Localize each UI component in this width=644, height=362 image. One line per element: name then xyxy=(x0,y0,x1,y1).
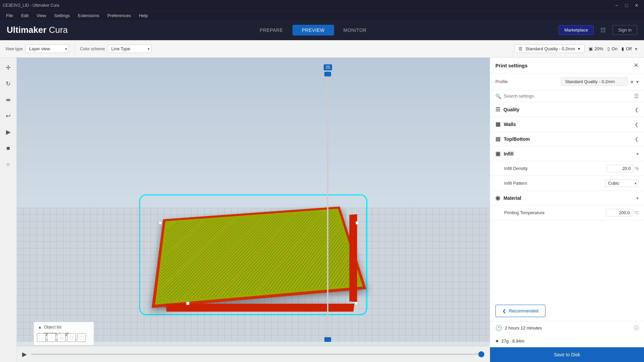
menu-preferences[interactable]: Preferences xyxy=(104,12,134,19)
rotate-tool[interactable]: ↻ xyxy=(2,78,14,90)
section-walls: ▦ Walls ❮ xyxy=(490,117,644,132)
spool-icon: ● xyxy=(495,338,499,344)
timeline-thumb[interactable] xyxy=(478,351,484,357)
infill-section-header[interactable]: ▣ Infill ▾ xyxy=(490,146,644,161)
infill-pattern-select[interactable]: Cubic Grid Lines Triangles Gyroid xyxy=(605,179,639,187)
menubar: File Edit View Settings Extensions Prefe… xyxy=(0,11,644,20)
view-type-select[interactable]: Layer view Solid view X-Ray view xyxy=(25,45,69,53)
menu-edit[interactable]: Edit xyxy=(18,12,32,19)
tab-monitor[interactable]: MONITOR xyxy=(334,25,376,36)
print-object xyxy=(139,194,367,315)
signin-button[interactable]: Sign in xyxy=(612,25,637,35)
move-tool[interactable]: ✛ xyxy=(2,62,14,74)
material-icon: ◉ xyxy=(495,195,500,201)
walls-section-header[interactable]: ▦ Walls ❮ xyxy=(490,117,644,131)
infill-icon: ▣ xyxy=(589,46,593,51)
search-input[interactable] xyxy=(504,94,631,99)
grid-icon[interactable]: ☷ xyxy=(598,25,608,35)
topbottom-section-header[interactable]: ▤ Top/Bottom ❮ xyxy=(490,132,644,146)
view-cube-top[interactable]: ◻ xyxy=(67,333,76,342)
weight-info: ● 27g · 8.94m xyxy=(495,338,524,344)
header: Ultimaker Cura PREPARE PREVIEW MONITOR M… xyxy=(0,20,644,40)
search-bar: 🔍 ☰ xyxy=(490,90,644,102)
object-list-header[interactable]: ▲ Object list xyxy=(38,325,90,329)
infill-label: Infill xyxy=(504,151,514,157)
corner-marker-tr xyxy=(356,221,359,225)
infill-density-value-wrapper: % xyxy=(607,165,639,172)
maximize-button[interactable]: □ xyxy=(622,2,631,9)
info-detail-icon[interactable]: ⓘ xyxy=(634,325,639,331)
layer-slider: 25 xyxy=(324,64,332,342)
view-cube-home[interactable]: ⛶ xyxy=(37,333,46,342)
infill-icon: ▣ xyxy=(495,150,500,157)
infill-density-row: Infill Density % xyxy=(490,161,644,176)
recommended-back-icon: ❮ xyxy=(502,308,506,313)
minimize-button[interactable]: − xyxy=(612,2,621,9)
logo-bold: Ultimaker xyxy=(7,25,47,35)
quality-section: ☰ Standard Quality - 0.2mm ▾ ▣ 20% ▯ On … xyxy=(514,45,639,53)
save-to-disk-button[interactable]: Save to Disk xyxy=(490,347,644,362)
profile-value: Standard Quality - 0.2mm xyxy=(561,77,628,86)
section-material: ◉ Material ▾ Printing Temperature °C xyxy=(490,191,644,220)
lid-top-surface xyxy=(152,206,366,308)
walls-section-title: ▦ Walls xyxy=(495,121,516,127)
viewport[interactable]: ▲ Object list ✎ CE3E3V2_LID 105.0 x 106.… xyxy=(17,58,490,362)
section-infill: ▣ Infill ▾ Infill Density % Infill Patte… xyxy=(490,146,644,191)
close-button[interactable]: ✕ xyxy=(632,2,641,9)
view-type-group: View type Layer view Solid view X-Ray vi… xyxy=(5,45,69,53)
snap-tool[interactable]: ▶ xyxy=(2,126,14,138)
menu-view[interactable]: View xyxy=(33,12,49,19)
profile-dropdown-icon[interactable]: ▾ xyxy=(636,79,639,84)
material-section-header[interactable]: ◉ Material ▾ xyxy=(490,191,644,205)
quality-label: Standard Quality - 0.2mm xyxy=(525,46,575,51)
reset-tool[interactable]: ↩ xyxy=(2,110,14,122)
quality-button[interactable]: ☰ Standard Quality - 0.2mm ▾ xyxy=(514,45,584,53)
support-blocker-tool[interactable]: ■ xyxy=(2,142,14,154)
topbottom-section-title: ▤ Top/Bottom xyxy=(495,136,530,142)
menu-settings[interactable]: Settings xyxy=(51,12,73,19)
layer-thumb-top[interactable] xyxy=(324,72,331,76)
titlebar: CE3E3V2_LID - Ultimaker Cura − □ ✕ xyxy=(0,0,644,11)
corner-marker-tl xyxy=(159,221,162,225)
main-area: ✛ ↻ ⇼ ↩ ▶ ■ ○ xyxy=(0,58,644,362)
infill-density-input[interactable] xyxy=(607,165,634,172)
paint-support-tool[interactable]: ○ xyxy=(2,158,14,170)
quality-section-header[interactable]: ☰ Quality ❮ xyxy=(490,102,644,117)
section-quality: ☰ Quality ❮ xyxy=(490,102,644,117)
filter-icon[interactable]: ☰ xyxy=(634,93,639,99)
menu-file[interactable]: File xyxy=(3,12,16,19)
printing-temperature-input[interactable] xyxy=(606,209,633,217)
lid-model xyxy=(139,194,367,315)
infill-pattern-label: Infill Pattern xyxy=(504,181,527,186)
walls-icon: ▦ xyxy=(495,121,500,127)
marketplace-button[interactable]: Marketplace xyxy=(558,25,594,35)
layer-track[interactable] xyxy=(327,72,328,342)
view-cube-iso[interactable]: ▫ xyxy=(47,333,56,342)
close-settings-button[interactable]: ✕ xyxy=(634,62,639,68)
tab-prepare[interactable]: PREPARE xyxy=(250,25,292,36)
print-settings-title: Print settings xyxy=(495,63,528,68)
adhesion-section: ▮ Off ▾ xyxy=(622,46,639,52)
menu-extensions[interactable]: Extensions xyxy=(74,12,103,19)
logo-light: Cura xyxy=(47,25,68,35)
toolbar-expand-button[interactable]: ▾ xyxy=(634,46,639,52)
quality-label: Quality xyxy=(503,107,519,112)
material-chevron-icon: ▾ xyxy=(636,195,639,201)
quality-icon: ☰ xyxy=(519,46,523,51)
view-cube-front[interactable]: ▭ xyxy=(57,333,66,342)
play-button[interactable]: ▶ xyxy=(22,351,27,358)
color-scheme-select[interactable]: Line Type Speed Layer Thickness xyxy=(108,45,152,53)
clock-icon: 🕐 xyxy=(495,325,502,331)
layer-thumb-bottom[interactable] xyxy=(324,337,331,342)
walls-label: Walls xyxy=(504,122,516,127)
printing-temperature-value-wrapper: °C xyxy=(606,209,639,217)
infill-chevron-icon: ▾ xyxy=(636,151,639,157)
timeline-track[interactable] xyxy=(31,354,484,355)
tab-preview[interactable]: PREVIEW xyxy=(292,25,334,36)
view-cube-right[interactable]: ▢ xyxy=(77,333,86,342)
menu-help[interactable]: Help xyxy=(136,12,151,19)
scale-tool[interactable]: ⇼ xyxy=(2,94,14,106)
favorite-icon[interactable]: ★ xyxy=(630,79,634,84)
material-section-title: ◉ Material xyxy=(495,195,521,201)
recommended-button[interactable]: ❮ Recommended xyxy=(495,305,545,317)
